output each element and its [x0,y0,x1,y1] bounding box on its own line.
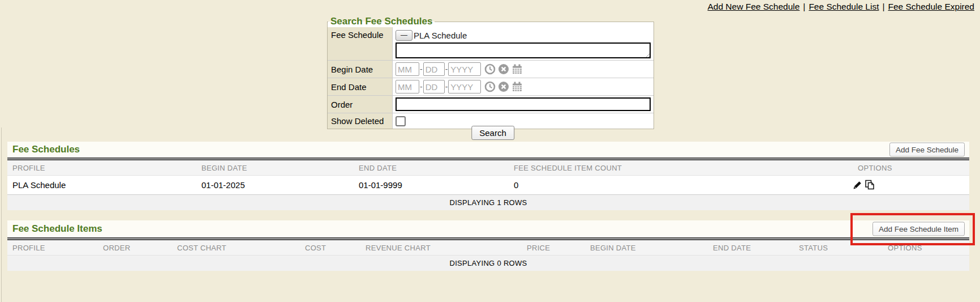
fee-schedule-label: Fee Schedule [328,27,393,60]
show-deleted-value-cell [393,113,654,129]
add-fee-schedule-item-button[interactable]: Add Fee Schedule Item [872,222,965,236]
search-fee-schedules-form: Search Fee Schedules Fee Schedule — PLA … [327,16,654,129]
fee-schedule-field-row: Fee Schedule — PLA Schedule [328,27,654,60]
col-begin-date: BEGIN DATE [201,164,247,172]
col-options: OPTIONS [888,244,922,252]
order-label: Order [328,96,393,113]
link-fee-schedule-list[interactable]: Fee Schedule List [809,2,879,11]
clock-icon[interactable] [484,63,496,75]
end-date-icons [484,81,523,92]
col-order: ORDER [103,244,130,252]
col-end-date: END DATE [359,164,397,172]
col-options: OPTIONS [858,164,892,172]
selected-fee-schedule: — PLA Schedule [396,29,651,41]
cell-end-date: 01-01-9999 [359,180,402,190]
col-cost-chart: COST CHART [177,244,226,252]
col-price: PRICE [527,244,550,252]
top-nav: Add New Fee Schedule|Fee Schedule List|F… [707,2,974,12]
left-frame-border [1,127,2,302]
cell-item-count: 0 [514,180,518,190]
link-add-new-fee-schedule[interactable]: Add New Fee Schedule [707,2,800,11]
begin-date-field-row: Begin Date - - [328,60,654,78]
fee-schedule-page: Add New Fee Schedule|Fee Schedule List|F… [0,0,980,302]
add-fee-schedule-button[interactable]: Add Fee Schedule [889,143,965,157]
search-form-legend: Search Fee Schedules [328,16,435,27]
end-date-field-row: End Date - - [328,78,654,95]
fee-schedule-items-title-bar: Fee Schedule Items Add Fee Schedule Item [7,220,969,237]
end-date-year-input[interactable] [448,80,481,93]
begin-date-day-input[interactable] [423,62,445,76]
fee-schedule-items-footer: DISPLAYING 0 ROWS [7,256,969,271]
fee-schedules-title: Fee Schedules [12,144,80,155]
col-cost: COST [305,244,326,252]
fee-schedules-title-bar: Fee Schedules Add Fee Schedule [7,142,969,158]
col-item-count: FEE SCHEDULE ITEM COUNT [514,164,622,172]
row-options [853,180,875,190]
show-deleted-checkbox[interactable] [396,116,406,126]
date-separator: - [420,82,423,91]
col-revenue-chart: REVENUE CHART [366,244,431,252]
order-value-cell [393,96,654,113]
cell-begin-date: 01-01-2025 [201,180,245,190]
end-date-label: End Date [328,78,393,95]
end-date-day-input[interactable] [423,80,445,93]
selected-fee-schedule-label: PLA Schedule [414,31,467,40]
col-profile: PROFILE [12,244,45,252]
col-begin-date: BEGIN DATE [590,244,636,252]
end-date-value-cell: - - [393,78,654,95]
begin-date-label: Begin Date [328,61,393,78]
date-separator: - [420,65,423,74]
calendar-icon[interactable] [512,63,523,75]
begin-date-year-input[interactable] [448,62,481,76]
search-button[interactable]: Search [471,126,514,140]
edit-pencil-icon[interactable] [853,180,862,190]
fee-schedules-section: Fee Schedules Add Fee Schedule PROFILE B… [7,142,969,210]
fee-schedule-value-cell: — PLA Schedule [393,27,654,60]
copy-icon[interactable] [865,180,875,190]
end-date-month-input[interactable] [396,80,419,93]
clear-icon[interactable] [498,81,509,92]
clear-icon[interactable] [498,63,509,75]
date-separator: - [445,65,448,74]
fee-schedules-footer: DISPLAYING 1 ROWS [7,195,969,210]
fee-schedule-search-input[interactable] [397,44,650,57]
fee-schedule-search-box [396,42,651,58]
begin-date-month-input[interactable] [396,62,419,76]
fee-schedule-items-header-row: PROFILE ORDER COST CHART COST REVENUE CH… [7,240,969,256]
order-input[interactable] [396,97,651,111]
table-row: PLA Schedule 01-01-2025 01-01-9999 0 [7,176,969,195]
fee-schedules-header-row: PROFILE BEGIN DATE END DATE FEE SCHEDULE… [7,160,969,176]
link-fee-schedule-expired[interactable]: Fee Schedule Expired [888,2,974,11]
col-end-date: END DATE [713,244,751,252]
remove-selection-button[interactable]: — [396,30,412,41]
begin-date-value-cell: - - [393,61,654,78]
fee-schedule-items-title: Fee Schedule Items [12,223,102,235]
link-separator: | [803,2,805,11]
calendar-icon[interactable] [512,81,523,92]
clock-icon[interactable] [484,81,496,92]
order-field-row: Order [328,95,654,113]
link-separator: | [882,2,884,11]
cell-profile: PLA Schedule [12,180,66,190]
col-status: STATUS [799,244,828,252]
begin-date-icons [484,63,523,75]
date-separator: - [445,82,448,91]
fee-schedule-items-section: Fee Schedule Items Add Fee Schedule Item… [7,220,969,271]
col-profile: PROFILE [12,164,45,172]
show-deleted-label: Show Deleted [328,113,393,129]
